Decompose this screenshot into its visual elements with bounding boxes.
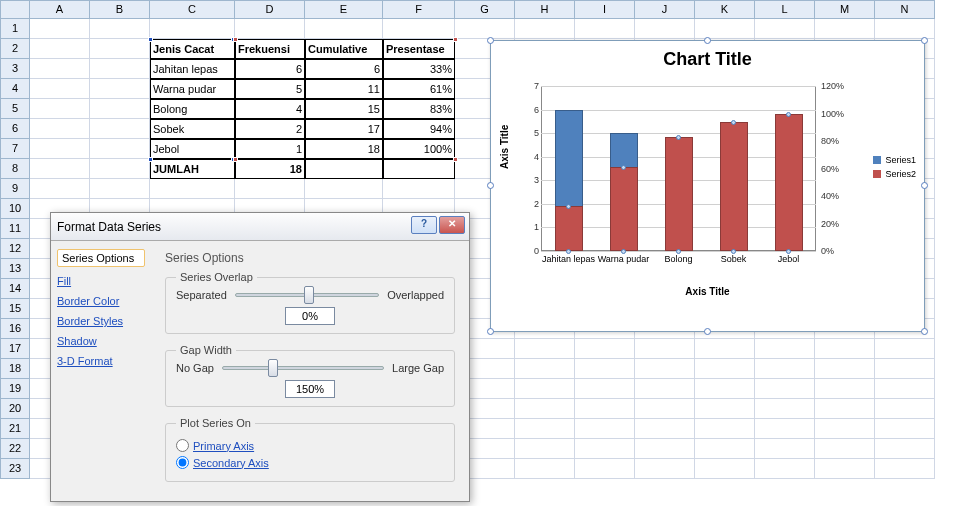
cell[interactable] (575, 339, 635, 359)
cell[interactable] (755, 359, 815, 379)
cell[interactable] (90, 39, 150, 59)
overlap-value-input[interactable] (285, 307, 335, 325)
cell[interactable]: Warna pudar (150, 79, 235, 99)
chart-title[interactable]: Chart Title (491, 49, 924, 70)
selection-handle[interactable] (453, 157, 458, 162)
cell[interactable]: Jahitan lepas (150, 59, 235, 79)
cell[interactable] (515, 459, 575, 479)
selection-handle[interactable] (233, 37, 238, 42)
cell[interactable] (755, 19, 815, 39)
cell[interactable] (755, 459, 815, 479)
cell[interactable]: 83% (383, 99, 455, 119)
cell[interactable] (575, 19, 635, 39)
cell[interactable]: 18 (235, 159, 305, 179)
cell[interactable]: 17 (305, 119, 383, 139)
cell[interactable] (635, 339, 695, 359)
cell[interactable] (150, 179, 235, 199)
cell[interactable] (30, 99, 90, 119)
slider-thumb[interactable] (304, 286, 314, 304)
chart-resize-handle[interactable] (487, 182, 494, 189)
cell[interactable]: Frekuensi (235, 39, 305, 59)
cell[interactable]: 15 (305, 99, 383, 119)
cell[interactable] (875, 359, 935, 379)
cell[interactable] (815, 339, 875, 359)
cell[interactable] (635, 359, 695, 379)
overlap-slider[interactable] (235, 293, 379, 297)
cell[interactable]: 5 (235, 79, 305, 99)
bar-handle[interactable] (786, 112, 791, 117)
cell[interactable]: 18 (305, 139, 383, 159)
row-header[interactable]: 15 (0, 299, 30, 319)
cell[interactable] (30, 159, 90, 179)
cell[interactable] (695, 399, 755, 419)
cell[interactable] (575, 459, 635, 479)
cell[interactable] (90, 139, 150, 159)
cell[interactable] (695, 19, 755, 39)
col-header[interactable]: E (305, 0, 383, 19)
selection-handle[interactable] (233, 157, 238, 162)
cell[interactable] (383, 19, 455, 39)
cell[interactable] (755, 379, 815, 399)
chart-resize-handle[interactable] (704, 37, 711, 44)
cell[interactable] (515, 19, 575, 39)
row-header[interactable]: 23 (0, 459, 30, 479)
format-data-series-dialog[interactable]: Format Data Series ? ✕ Series Options Fi… (50, 212, 470, 502)
cell[interactable]: Presentase (383, 39, 455, 59)
x-axis-title[interactable]: Axis Title (491, 286, 924, 297)
row-header[interactable]: 17 (0, 339, 30, 359)
bar-handle[interactable] (566, 204, 571, 209)
cell[interactable]: Bolong (150, 99, 235, 119)
col-header[interactable]: M (815, 0, 875, 19)
cell[interactable]: 100% (383, 139, 455, 159)
selection-handle[interactable] (148, 157, 153, 162)
gap-value-input[interactable] (285, 380, 335, 398)
cell[interactable] (575, 439, 635, 459)
row-header[interactable]: 4 (0, 79, 30, 99)
cell[interactable] (635, 439, 695, 459)
row-header[interactable]: 11 (0, 219, 30, 239)
cell[interactable]: JUMLAH (150, 159, 235, 179)
bar-series2[interactable] (665, 137, 693, 251)
cell[interactable] (90, 79, 150, 99)
cell[interactable] (635, 419, 695, 439)
bar-handle[interactable] (731, 120, 736, 125)
cell[interactable] (635, 399, 695, 419)
cell[interactable] (695, 359, 755, 379)
gap-slider[interactable] (222, 366, 384, 370)
secondary-axis-label[interactable]: Secondary Axis (193, 457, 269, 469)
cell[interactable] (755, 419, 815, 439)
close-button[interactable]: ✕ (439, 216, 465, 234)
primary-axis-radio[interactable] (176, 439, 189, 452)
cell[interactable] (815, 399, 875, 419)
col-header[interactable]: G (455, 0, 515, 19)
primary-axis-label[interactable]: Primary Axis (193, 440, 254, 452)
cell[interactable] (30, 119, 90, 139)
cell[interactable] (815, 439, 875, 459)
nav-series-options[interactable]: Series Options (57, 249, 145, 267)
cell[interactable] (90, 99, 150, 119)
col-header[interactable]: K (695, 0, 755, 19)
cell[interactable]: 11 (305, 79, 383, 99)
cell[interactable] (575, 379, 635, 399)
col-header[interactable]: I (575, 0, 635, 19)
nav-border-color[interactable]: Border Color (57, 295, 145, 307)
cell[interactable] (30, 59, 90, 79)
bar-series2[interactable] (555, 206, 583, 251)
cell[interactable]: 33% (383, 59, 455, 79)
col-header[interactable]: F (383, 0, 455, 19)
cell[interactable] (875, 459, 935, 479)
cell[interactable] (515, 379, 575, 399)
bar-series2[interactable] (775, 114, 803, 252)
cell[interactable] (235, 179, 305, 199)
cell[interactable] (815, 19, 875, 39)
cell[interactable] (30, 139, 90, 159)
chart-resize-handle[interactable] (704, 328, 711, 335)
cell[interactable] (90, 119, 150, 139)
col-header[interactable]: B (90, 0, 150, 19)
cell[interactable] (30, 19, 90, 39)
cell[interactable] (815, 459, 875, 479)
chart-resize-handle[interactable] (487, 328, 494, 335)
cell[interactable]: 4 (235, 99, 305, 119)
cell[interactable] (875, 399, 935, 419)
row-header[interactable]: 3 (0, 59, 30, 79)
